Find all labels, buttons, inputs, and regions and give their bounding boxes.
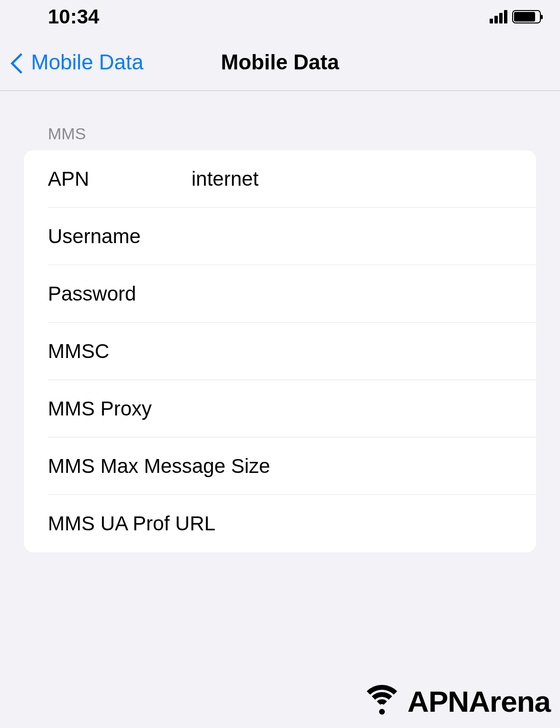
row-label: MMSC <box>48 340 191 363</box>
apn-input[interactable] <box>191 168 517 190</box>
status-time: 10:34 <box>48 5 99 28</box>
row-mmsc[interactable]: MMSC <box>24 323 536 380</box>
mmsc-input[interactable] <box>191 340 517 363</box>
mms-ua-prof-input[interactable] <box>215 512 517 535</box>
row-label: Password <box>48 282 191 305</box>
mms-max-size-input[interactable] <box>270 455 523 478</box>
section-header-mms: MMS <box>24 124 536 150</box>
row-mms-proxy[interactable]: MMS Proxy <box>24 380 536 437</box>
row-label: Username <box>48 225 191 248</box>
row-label: MMS UA Prof URL <box>48 512 215 535</box>
status-bar: 10:34 <box>0 0 560 34</box>
row-apn[interactable]: APN <box>24 150 536 208</box>
back-label: Mobile Data <box>31 50 144 74</box>
battery-icon <box>512 10 541 23</box>
row-password[interactable]: Password <box>24 265 536 323</box>
row-label: APN <box>48 168 191 190</box>
row-username[interactable]: Username <box>24 208 536 265</box>
cellular-signal-icon <box>490 10 507 23</box>
footer-brand-text: APNArena <box>407 684 550 718</box>
wifi-icon <box>360 685 403 718</box>
row-label: MMS Max Message Size <box>48 455 270 478</box>
password-input[interactable] <box>191 282 517 305</box>
footer-logo: APNArena <box>360 684 550 718</box>
settings-group-mms: APN Username Password MMSC MMS P <box>24 150 536 552</box>
page-title: Mobile Data <box>221 50 339 74</box>
row-label: MMS Proxy <box>48 397 191 420</box>
content: MMS APN Username Password MMSC <box>0 91 560 552</box>
status-indicators <box>490 10 541 23</box>
chevron-left-icon <box>10 50 24 74</box>
row-mms-max-message-size[interactable]: MMS Max Message Size <box>24 437 536 495</box>
username-input[interactable] <box>191 225 517 248</box>
mms-proxy-input[interactable] <box>191 397 517 420</box>
back-button[interactable]: Mobile Data <box>0 50 144 74</box>
row-mms-ua-prof-url[interactable]: MMS UA Prof URL <box>24 495 536 552</box>
navigation-bar: Mobile Data Mobile Data <box>0 34 560 91</box>
